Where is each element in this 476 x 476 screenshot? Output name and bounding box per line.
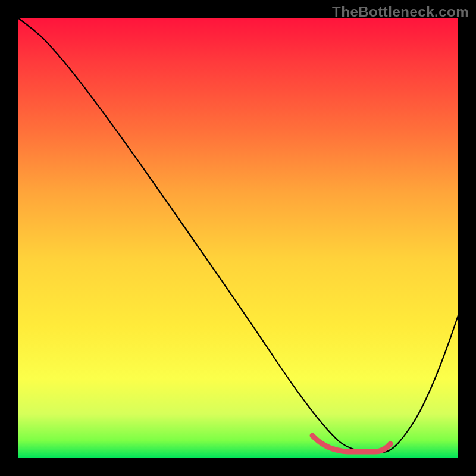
chart-container: TheBottleneck.com [0, 0, 476, 476]
bottleneck-curve [18, 18, 458, 452]
curve-svg [18, 18, 458, 458]
optimal-zone-highlight [312, 436, 390, 452]
plot-area [18, 18, 458, 458]
